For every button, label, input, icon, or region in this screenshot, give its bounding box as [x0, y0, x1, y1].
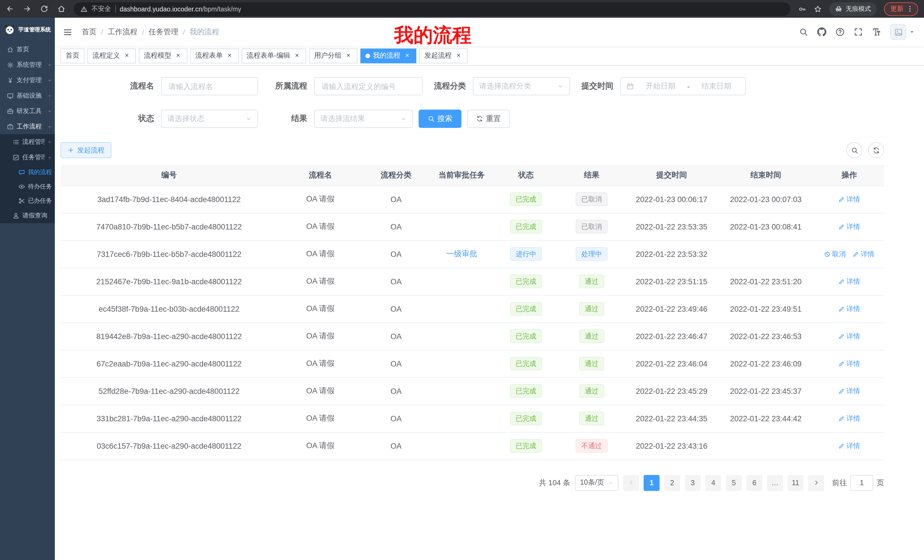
reset-button[interactable]: 重置 [467, 109, 510, 128]
sidebar-item-payment[interactable]: 支付管理 [0, 72, 55, 88]
sidebar-item-system[interactable]: 系统管理 [0, 57, 55, 72]
sidebar-item-leave-query[interactable]: 请假查询 [0, 208, 55, 223]
category-select[interactable]: 请选择流程分类 [473, 77, 570, 95]
cell-current-task [429, 350, 495, 377]
result-select[interactable]: 请选择流结果 [314, 109, 413, 128]
sidebar-item-infrastructure[interactable]: 基础设施 [0, 88, 55, 103]
tab-start-process[interactable]: 发起流程× [419, 48, 468, 63]
process-definition-input[interactable] [314, 77, 423, 95]
update-menu-button[interactable]: 更新 [884, 2, 918, 16]
status-select[interactable]: 请选择状态 [161, 109, 258, 128]
browser-toolbar: 不安全 dashboard.yudao.iocoder.cn/bpm/task/… [0, 0, 924, 18]
close-icon[interactable]: × [293, 52, 301, 60]
font-size-icon[interactable] [872, 27, 881, 36]
github-icon[interactable] [817, 27, 826, 36]
caret-down-icon[interactable] [909, 29, 915, 35]
page-button-5[interactable]: 5 [726, 475, 742, 491]
breadcrumb-item[interactable]: 首页 [82, 27, 96, 37]
detail-link[interactable]: 详情 [838, 277, 860, 286]
detail-link[interactable]: 详情 [838, 195, 860, 204]
security-label[interactable]: 不安全 [92, 4, 111, 13]
help-icon[interactable] [836, 27, 844, 36]
next-page-button[interactable] [808, 475, 824, 491]
sidebar-item-process-mgmt[interactable]: 流程管理 [0, 134, 55, 150]
page-buttons: 123456…11 [644, 475, 804, 491]
refresh-table-button[interactable] [868, 142, 884, 158]
goto-page-input[interactable] [850, 475, 873, 491]
page-button-2[interactable]: 2 [664, 475, 680, 491]
detail-link[interactable]: 详情 [838, 331, 860, 341]
close-icon[interactable]: × [454, 52, 463, 60]
submit-time-range-picker[interactable]: 开始日期 - 结束日期 [620, 77, 746, 95]
tab-process-form-edit[interactable]: 流程表单-编辑× [242, 48, 306, 63]
kebab-menu-icon[interactable] [906, 5, 914, 13]
breadcrumb-item[interactable]: 工作流程 [108, 27, 137, 37]
breadcrumb-item[interactable]: 任务管理 [149, 27, 178, 37]
close-icon[interactable]: × [403, 52, 411, 60]
sidebar-item-label: 首页 [16, 45, 52, 54]
cell-current-task [429, 295, 495, 322]
sidebar-item-my-process[interactable]: 我的流程 [0, 165, 55, 179]
url-text[interactable]: dashboard.yudao.iocoder.cn/bpm/task/my [120, 5, 241, 12]
action-label: 详情 [846, 304, 860, 314]
page-more-button[interactable]: … [767, 475, 783, 491]
tab-user-group[interactable]: 用户分组× [309, 48, 357, 63]
action-label: 详情 [846, 386, 860, 396]
page-button-3[interactable]: 3 [685, 475, 701, 491]
detail-link[interactable]: 详情 [838, 386, 860, 396]
reload-icon[interactable] [40, 4, 48, 13]
fullscreen-icon[interactable] [854, 27, 863, 36]
sidebar-item-task-mgmt[interactable]: 任务管理 [0, 150, 55, 165]
app-logo[interactable]: 芋道管理系统 [0, 18, 55, 42]
detail-link[interactable]: 详情 [838, 304, 860, 314]
tab-process-definition[interactable]: 流程定义× [87, 48, 136, 63]
back-icon[interactable] [6, 4, 14, 13]
detail-link[interactable]: 详情 [853, 249, 874, 259]
sidebar-item-done-tasks[interactable]: 已办任务 [0, 193, 55, 208]
key-icon[interactable] [798, 5, 806, 13]
filter-row-2: 状态 请选择状态 结果 请选择流结果 [117, 109, 884, 128]
start-process-button[interactable]: 发起流程 [60, 142, 111, 158]
process-name-input[interactable] [161, 77, 258, 95]
avatar[interactable] [890, 24, 906, 40]
cancel-link[interactable]: 取消 [824, 249, 846, 259]
page-button-4[interactable]: 4 [705, 475, 721, 491]
hamburger-icon[interactable] [58, 27, 77, 37]
bookmark-star-icon[interactable] [814, 5, 822, 13]
filter-item-status: 状态 请选择状态 [117, 109, 258, 128]
search-button[interactable]: 搜索 [418, 109, 461, 128]
sidebar-item-home[interactable]: 首页 [0, 42, 55, 57]
header-search-icon[interactable] [799, 27, 808, 36]
close-icon[interactable]: × [226, 52, 234, 60]
tab-process-model[interactable]: 流程模型× [139, 48, 188, 63]
tab-process-form[interactable]: 流程表单× [190, 48, 239, 63]
sidebar-item-devtools[interactable]: 研发工具 [0, 103, 55, 119]
page-button-6[interactable]: 6 [746, 475, 762, 491]
sidebar-item-workflow[interactable]: 工作流程 [0, 119, 55, 134]
prev-page-button[interactable] [623, 475, 639, 491]
tab-my-process[interactable]: 我的流程× [360, 48, 416, 63]
page-button-11[interactable]: 11 [788, 475, 804, 491]
address-bar[interactable]: 不安全 dashboard.yudao.iocoder.cn/bpm/task/… [74, 2, 790, 16]
detail-link[interactable]: 详情 [838, 359, 860, 368]
detail-link[interactable]: 详情 [838, 222, 860, 232]
result-badge: 通过 [579, 357, 604, 370]
browser-home-icon[interactable] [57, 4, 66, 13]
sidebar-item-todo-tasks[interactable]: 待办任务 [0, 179, 55, 193]
cell-result: 通过 [557, 268, 626, 295]
column-header: 编号 [60, 165, 278, 186]
detail-link[interactable]: 详情 [838, 441, 860, 451]
forward-icon[interactable] [23, 4, 32, 13]
toggle-search-button[interactable] [846, 142, 862, 158]
edit-icon [838, 223, 844, 230]
close-icon[interactable]: × [344, 52, 352, 60]
action-label: 详情 [846, 413, 860, 423]
current-task-link[interactable]: 一级审批 [446, 250, 477, 258]
page-size-select[interactable]: 10条/页 [575, 475, 618, 491]
user-menu[interactable] [890, 24, 915, 40]
detail-link[interactable]: 详情 [838, 413, 860, 423]
tab-home[interactable]: 首页 [60, 48, 84, 63]
close-icon[interactable]: × [123, 52, 131, 60]
close-icon[interactable]: × [174, 52, 182, 60]
page-button-1[interactable]: 1 [644, 475, 660, 491]
